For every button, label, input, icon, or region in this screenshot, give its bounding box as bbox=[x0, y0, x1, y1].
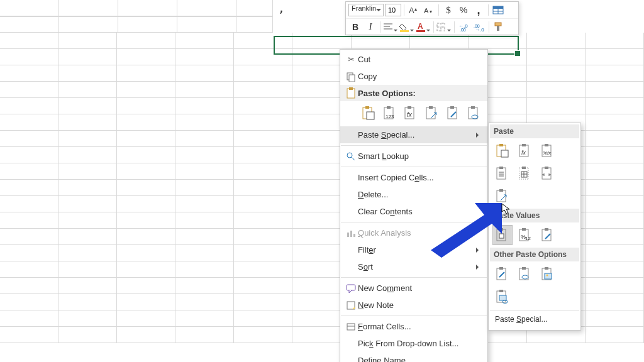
search-icon bbox=[344, 151, 358, 162]
paste-column-widths-icon[interactable] bbox=[538, 163, 558, 184]
bold-button[interactable]: B bbox=[348, 20, 362, 34]
svg-rect-28 bbox=[365, 106, 369, 109]
percent-format-icon[interactable]: % bbox=[457, 3, 470, 17]
menu-sort[interactable]: Sort bbox=[340, 258, 487, 275]
annotation-arrow bbox=[428, 201, 503, 258]
borders-icon[interactable] bbox=[436, 20, 452, 34]
comma-format-icon[interactable]: , bbox=[472, 3, 486, 17]
menu-paste-special[interactable]: Paste Special... bbox=[340, 126, 487, 143]
svg-rect-24 bbox=[349, 75, 355, 82]
menu-pick-list[interactable]: Pick From Drop-down List... bbox=[340, 335, 487, 352]
paste-picture-icon[interactable] bbox=[538, 264, 558, 284]
svg-text:▾: ▾ bbox=[430, 9, 432, 14]
italic-button[interactable]: I bbox=[364, 20, 377, 34]
svg-rect-46 bbox=[350, 231, 352, 237]
svg-rect-14 bbox=[437, 23, 445, 31]
paste-no-borders-icon[interactable] bbox=[515, 163, 535, 184]
svg-rect-69 bbox=[522, 167, 526, 169]
align-icon[interactable] bbox=[383, 20, 398, 34]
decrease-font-icon[interactable]: A▾ bbox=[422, 3, 436, 17]
svg-rect-76 bbox=[499, 189, 503, 192]
svg-rect-58 bbox=[522, 144, 526, 146]
svg-rect-34 bbox=[408, 106, 411, 109]
menu-smart-lookup[interactable]: Smart Lookup bbox=[340, 148, 487, 165]
svg-rect-25 bbox=[347, 89, 355, 98]
paste-link-sub-icon[interactable] bbox=[515, 264, 535, 284]
paste-icon[interactable] bbox=[492, 141, 513, 161]
paste-formatting-icon[interactable] bbox=[444, 104, 463, 123]
svg-rect-61 bbox=[545, 144, 548, 146]
format-cells-icon bbox=[344, 322, 358, 332]
svg-text:123: 123 bbox=[386, 114, 394, 119]
paste-formulas-icon[interactable]: fx bbox=[401, 104, 420, 123]
active-cell-content: , bbox=[278, 2, 285, 15]
svg-text:▴: ▴ bbox=[414, 6, 417, 12]
paste-link-icon[interactable] bbox=[465, 104, 484, 123]
cursor-icon bbox=[501, 203, 513, 214]
svg-rect-4 bbox=[493, 6, 503, 14]
menu-new-comment[interactable]: New Comment bbox=[340, 280, 487, 297]
svg-rect-29 bbox=[367, 112, 374, 119]
paste-values-123-icon[interactable]: 123 bbox=[380, 104, 399, 123]
comment-icon bbox=[344, 283, 358, 293]
menu-new-note[interactable]: New Note bbox=[340, 297, 487, 314]
svg-line-44 bbox=[352, 157, 355, 160]
svg-rect-39 bbox=[450, 106, 454, 109]
font-name-select[interactable]: Franklin bbox=[348, 4, 384, 16]
menu-insert-copied[interactable]: Insert Copied Cells... bbox=[340, 169, 487, 186]
paste-formulas-number-icon[interactable]: %fx bbox=[538, 141, 558, 161]
svg-rect-92 bbox=[545, 267, 548, 270]
increase-decimal-icon[interactable]: ←.0.00 bbox=[457, 20, 471, 34]
svg-text:A: A bbox=[409, 6, 414, 15]
svg-rect-37 bbox=[429, 106, 433, 109]
svg-rect-13 bbox=[416, 30, 425, 32]
format-painter-icon[interactable] bbox=[492, 20, 506, 34]
menu-delete[interactable]: Delete... bbox=[340, 186, 487, 203]
svg-rect-64 bbox=[499, 167, 503, 169]
svg-rect-97 bbox=[499, 295, 506, 300]
paste-all-icon[interactable] bbox=[359, 104, 378, 123]
paste-values-number-icon[interactable]: %12 bbox=[515, 225, 535, 245]
svg-rect-21 bbox=[495, 23, 501, 26]
svg-rect-50 bbox=[347, 324, 355, 330]
svg-text:.00: .00 bbox=[474, 24, 480, 28]
svg-text:fx: fx bbox=[407, 111, 413, 118]
paste-values-format-icon[interactable] bbox=[538, 225, 558, 245]
svg-rect-86 bbox=[497, 268, 506, 280]
svg-rect-41 bbox=[471, 106, 475, 109]
svg-rect-96 bbox=[499, 290, 503, 292]
format-as-table-icon[interactable] bbox=[491, 3, 505, 17]
menu-paste-options: Paste Options: bbox=[340, 85, 487, 101]
decrease-decimal-icon[interactable]: .00→.0 bbox=[472, 20, 486, 34]
font-size-input[interactable] bbox=[385, 4, 401, 16]
menu-format-cells[interactable]: Format Cells... bbox=[340, 318, 487, 335]
svg-rect-48 bbox=[347, 285, 355, 290]
copy-icon bbox=[344, 72, 358, 82]
accounting-format-icon[interactable]: $ bbox=[441, 3, 455, 17]
font-color-icon[interactable]: A bbox=[416, 20, 431, 34]
mini-toolbar: Franklin A▴ A▾ $ % , B I A ←.0.00 .00→.0 bbox=[345, 1, 519, 35]
paste-formatting-sub-icon[interactable] bbox=[492, 264, 513, 284]
svg-text:.00: .00 bbox=[460, 28, 466, 31]
increase-font-icon[interactable]: A▴ bbox=[407, 3, 421, 17]
menu-define-name[interactable]: Define Name... bbox=[340, 352, 487, 362]
menu-copy[interactable]: Copy bbox=[340, 68, 487, 85]
quick-analysis-icon bbox=[344, 228, 358, 238]
svg-rect-31 bbox=[387, 106, 391, 109]
svg-marker-99 bbox=[431, 203, 502, 258]
submenu-paste-special[interactable]: Paste Special... bbox=[490, 311, 579, 327]
chevron-right-icon bbox=[476, 133, 481, 138]
svg-rect-11 bbox=[400, 30, 409, 32]
svg-rect-89 bbox=[522, 267, 526, 270]
submenu-other-heading: Other Paste Options bbox=[490, 248, 579, 261]
svg-rect-40 bbox=[469, 107, 477, 119]
menu-cut[interactable]: ✂Cut bbox=[340, 51, 487, 68]
paste-formulas-fx-icon[interactable]: fx bbox=[515, 141, 535, 161]
paste-linked-picture-icon[interactable] bbox=[492, 287, 513, 307]
chevron-right-icon bbox=[476, 265, 481, 270]
paste-source-format-icon[interactable] bbox=[492, 163, 513, 184]
clipboard-icon bbox=[344, 87, 358, 99]
paste-transpose-icon[interactable] bbox=[423, 104, 441, 123]
fill-color-icon[interactable] bbox=[399, 20, 414, 34]
svg-rect-81 bbox=[522, 228, 526, 231]
